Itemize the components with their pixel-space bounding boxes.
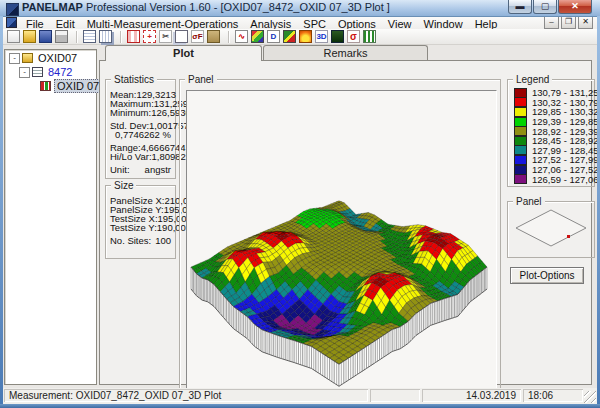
size-label: No. Sites: (110, 236, 151, 245)
stat-row: Hi/Lo Var:1,8098211 % (106, 152, 175, 161)
mdi-child-icon[interactable] (6, 17, 17, 28)
edit-grid-icon[interactable] (127, 30, 140, 43)
size-value: 100 (155, 236, 171, 245)
title-bar[interactable]: PANELMAP Professional Version 1.60 - [OX… (0, 0, 600, 17)
legend-swatch (514, 136, 527, 146)
histogram-icon[interactable] (363, 30, 376, 43)
menu-item-file[interactable]: File (20, 18, 50, 30)
legend-swatch (514, 126, 527, 136)
copy-icon[interactable] (175, 30, 188, 43)
cut-icon[interactable]: ✂ (159, 30, 172, 43)
tab-page-plot: Statistics Mean:129,3213Maximum:131,2597… (99, 60, 592, 385)
menu-item-multi-measurement-operations[interactable]: Multi-Measurement-Operations (81, 18, 245, 30)
data-grid-icon[interactable]: D (267, 30, 280, 43)
panel-map-icon[interactable] (283, 30, 296, 43)
minimize-button[interactable]: ▬ (508, 0, 532, 14)
sigma-f-icon[interactable]: σF (191, 30, 204, 43)
new-icon[interactable] (7, 30, 20, 43)
panel-grid-icon[interactable] (83, 30, 96, 43)
mdi-restore-button[interactable]: ❐ (561, 16, 576, 29)
close-button[interactable]: ✕ (558, 0, 592, 14)
legend-group: Legend 130,79 - 131,25130,32 - 130,79129… (507, 79, 595, 187)
stat-row: Unit:angstr (106, 165, 175, 174)
menu-item-edit[interactable]: Edit (50, 18, 81, 30)
tree-item-oxid07[interactable]: OXID 07 (5, 80, 96, 92)
status-empty (370, 389, 420, 402)
tree-expand-toggle[interactable]: - (19, 67, 30, 78)
menu-item-analysis[interactable]: Analysis (244, 18, 297, 30)
surface-plot-canvas[interactable] (187, 91, 496, 395)
legend-swatch (514, 117, 527, 127)
grid-icon (32, 67, 43, 77)
stat-value: 0,7746262 % (115, 130, 171, 139)
stat-label: Unit: (110, 165, 130, 174)
tree-expand-toggle[interactable]: - (9, 53, 20, 64)
paste-icon[interactable] (207, 30, 220, 43)
menu-item-options[interactable]: Options (332, 18, 382, 30)
status-bar: Measurement: OXID07_8472_OXID 07_3D Plot… (3, 388, 597, 404)
tree-item-oxid07[interactable]: -OXID07 (5, 52, 96, 64)
statistics-group-title: Statistics (111, 74, 157, 85)
menu-item-spc[interactable]: SPC (297, 18, 332, 30)
legend-row: 126,59 - 127,06 (508, 174, 594, 184)
flame-icon[interactable] (299, 30, 312, 43)
line-chart-icon[interactable]: ∿ (235, 30, 248, 43)
size-label: TestSize Y: (110, 223, 157, 232)
plot-options-button[interactable]: Plot-Options (510, 267, 584, 284)
mdi-close-button[interactable]: ✕ (578, 16, 593, 29)
size-group: Size PanelSize X:210,00 mmPanelSize Y:19… (105, 185, 176, 259)
status-date: 14.03.2019 (422, 389, 521, 402)
menu-bar: FileEditMulti-Measurement-OperationsAnal… (3, 16, 597, 30)
density-plot-icon[interactable] (331, 30, 344, 43)
tree-item-label: 8472 (46, 66, 74, 78)
toolbar-separator (120, 31, 122, 43)
window-border-left (0, 16, 3, 404)
status-measurement: Measurement: OXID07_8472_OXID 07_3D Plot (4, 389, 368, 402)
mdi-minimize-button[interactable]: – (544, 16, 559, 29)
tree-item-8472[interactable]: -8472 (5, 66, 96, 78)
menu-item-window[interactable]: Window (418, 18, 469, 30)
add-points-icon[interactable]: + (143, 30, 156, 43)
menu-item-view[interactable]: View (382, 18, 418, 30)
plot-area (186, 90, 497, 396)
size-row: No. Sites:100 (106, 236, 175, 245)
status-time: 18:06 (523, 389, 583, 402)
window-title-rest: Professional Version 1.60 - [OXID07_8472… (83, 1, 390, 13)
open-icon[interactable] (23, 30, 36, 43)
save-icon[interactable] (39, 30, 52, 43)
tab-remarks[interactable]: Remarks (263, 45, 428, 60)
menu-item-help[interactable]: Help (469, 18, 504, 30)
size-group-title: Size (111, 180, 136, 191)
panel-grid-add-icon[interactable] (99, 30, 112, 43)
stat-label: Minimum: (110, 108, 151, 117)
stat-label: Hi/Lo Var: (110, 152, 152, 161)
panel-preview-group-title: Panel (513, 196, 545, 207)
app-icon (6, 3, 19, 16)
panel-diamond (508, 202, 594, 252)
panel-preview-group: Panel (507, 201, 595, 258)
folder-icon (22, 53, 33, 63)
toolbar: +✂σF∿D3Dσ (3, 29, 597, 45)
legend-swatch (514, 88, 527, 98)
print-icon[interactable] (55, 30, 68, 43)
legend-group-title: Legend (513, 74, 552, 85)
app-name: PANELMAP (22, 1, 83, 13)
plot-3d-icon[interactable]: 3D (315, 30, 328, 43)
tree-panel[interactable]: -OXID07-8472OXID 07 (4, 49, 97, 385)
client-area: -OXID07-8472OXID 07 Plot Remarks Statist… (3, 45, 597, 388)
stat-value: angstr (145, 165, 171, 174)
legend-swatch (514, 145, 527, 155)
stat-row: 0,7746262 % (106, 130, 175, 139)
toolbar-separator (228, 31, 230, 43)
legend-swatch (514, 155, 527, 165)
plot-panel-group: Panel (179, 79, 501, 400)
color-map-icon[interactable] (251, 30, 264, 43)
legend-label: 126,59 - 127,06 (532, 174, 599, 185)
window-title: PANELMAP Professional Version 1.60 - [OX… (22, 1, 390, 13)
resize-grip[interactable] (584, 391, 596, 403)
sigma-chart-icon[interactable]: σ (347, 30, 360, 43)
tab-plot[interactable]: Plot (105, 45, 262, 61)
maximize-button[interactable]: ▢ (533, 0, 557, 14)
plot-panel-group-title: Panel (185, 74, 217, 85)
legend-swatch (514, 165, 527, 175)
